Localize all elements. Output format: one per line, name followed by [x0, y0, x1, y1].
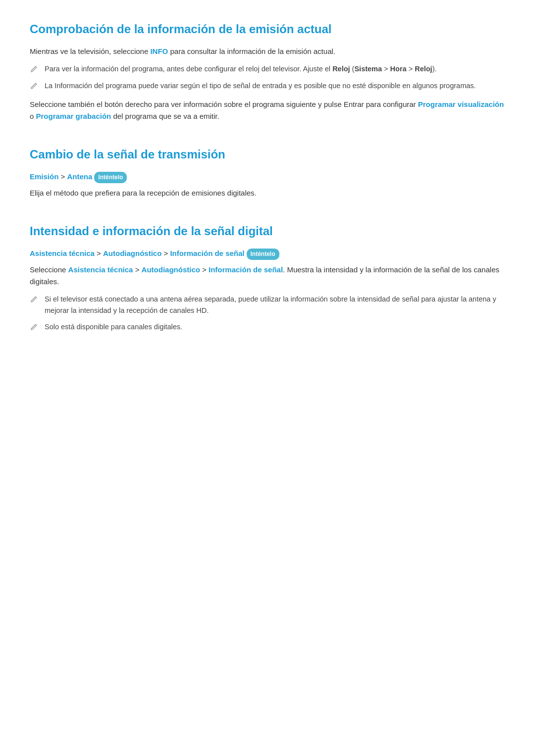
- section3-badge: Inténtelo: [247, 249, 279, 260]
- section3-bullet2-text: Solo está disponible para canales digita…: [45, 321, 182, 333]
- section1-summary: Seleccione también el botón derecho para…: [30, 99, 505, 122]
- section3-summary: Seleccione Asistencia técnica > Autodiag…: [30, 264, 505, 288]
- section2-nav-item2: Antena: [67, 172, 92, 181]
- pencil-icon-3: [30, 295, 39, 303]
- section3-nav-sep2: >: [161, 249, 170, 257]
- section1-intro-before: Mientras ve la televisión, seleccione: [30, 47, 150, 55]
- section2-badge: Inténtelo: [94, 172, 127, 183]
- pencil-icon-4: [30, 322, 39, 331]
- section1-bullet2-text: La Información del programa puede variar…: [45, 80, 476, 92]
- section3-nav-item2: Autodiagnóstico: [103, 249, 161, 257]
- section3-bullet1: Si el televisor está conectado a una ant…: [30, 294, 505, 316]
- section3-bullet1-text: Si el televisor está conectado a una ant…: [45, 294, 505, 316]
- section1-intro-after: para consultar la información de la emis…: [168, 47, 335, 55]
- pencil-icon-2: [30, 81, 39, 90]
- section-cambio: Cambio de la señal de transmisión Emisió…: [30, 140, 505, 199]
- section1-intro-highlight: INFO: [150, 47, 168, 55]
- section1-bullet1: Para ver la información del programa, an…: [30, 63, 505, 75]
- section-comprobacion: Comprobación de la información de la emi…: [30, 20, 505, 122]
- section3-nav-item1: Asistencia técnica: [30, 249, 95, 257]
- section1-bullet1-text: Para ver la información del programa, an…: [45, 63, 436, 75]
- section1-bullet2: La Información del programa puede variar…: [30, 80, 505, 92]
- section2-title: Cambio de la señal de transmisión: [30, 145, 505, 164]
- section2-description: Elija el método que prefiera para la rec…: [30, 187, 505, 199]
- section2-nav-sep1: >: [58, 172, 67, 181]
- section-intensidad: Intensidad e información de la señal dig…: [30, 217, 505, 333]
- section1-title: Comprobación de la información de la emi…: [30, 20, 505, 39]
- section3-nav-item3: Información de señal: [170, 249, 244, 257]
- section1-intro: Mientras ve la televisión, seleccione IN…: [30, 46, 505, 57]
- section3-breadcrumb: Asistencia técnica > Autodiagnóstico > I…: [30, 248, 505, 260]
- section3-bullets: Si el televisor está conectado a una ant…: [30, 294, 505, 333]
- section3-nav-sep1: >: [95, 249, 103, 257]
- section2-breadcrumb: Emisión > AntenaInténtelo: [30, 171, 505, 183]
- pencil-icon-1: [30, 64, 39, 73]
- section3-bullet2: Solo está disponible para canales digita…: [30, 321, 505, 333]
- section1-bullets: Para ver la información del programa, an…: [30, 63, 505, 91]
- section2-nav-item1: Emisión: [30, 172, 58, 181]
- section3-title: Intensidad e información de la señal dig…: [30, 222, 505, 241]
